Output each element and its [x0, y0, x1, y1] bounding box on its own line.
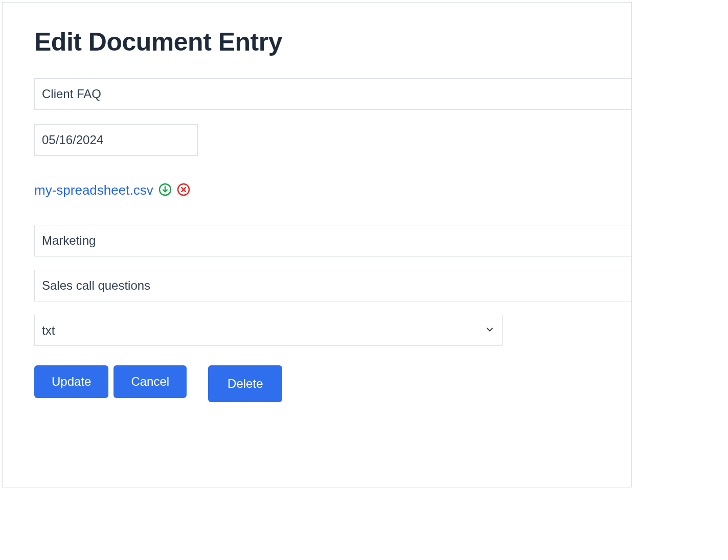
document-date-input[interactable] [34, 124, 198, 156]
cancel-button[interactable]: Cancel [113, 365, 187, 398]
download-file-button[interactable] [158, 183, 172, 198]
attached-file-link[interactable]: my-spreadsheet.csv [34, 182, 153, 198]
document-name-input[interactable] [34, 78, 631, 110]
description-input[interactable] [34, 270, 631, 301]
edit-document-form: Edit Document Entry my-spreadsheet.csv [2, 2, 632, 487]
remove-file-button[interactable] [177, 183, 190, 198]
remove-circle-icon [177, 183, 190, 198]
download-circle-icon [158, 183, 172, 198]
format-select[interactable]: txt [34, 315, 503, 346]
update-button[interactable]: Update [34, 365, 108, 398]
delete-button[interactable]: Delete [208, 365, 282, 402]
form-actions: Update Cancel Delete [34, 365, 631, 402]
category-input[interactable] [34, 225, 631, 256]
attached-file-row: my-spreadsheet.csv [34, 182, 631, 198]
page-title: Edit Document Entry [34, 27, 631, 57]
